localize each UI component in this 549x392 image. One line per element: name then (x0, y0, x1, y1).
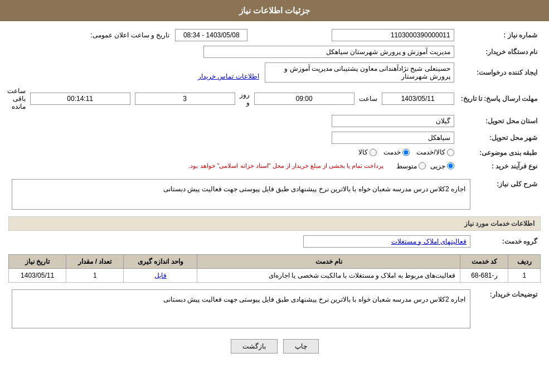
mohlat-label: مهلت ارسال پاسخ: تا تاریخ: (458, 85, 541, 113)
gorooh-khadamat-value[interactable]: فعالیتهای املاک و مستغلات (303, 235, 470, 248)
radio-kala-khadamat-label: کالا/خدمت (416, 148, 445, 156)
radio-kala-item: کالا (358, 148, 377, 156)
etelaat-khadamat-header: اطلاعات خدمات مورد نیاز (8, 216, 541, 231)
col-nam: نام خدمت (197, 254, 460, 268)
radio-jozi-item: جزیی (430, 162, 454, 170)
radio-motavasset-item: متوسط (396, 162, 426, 170)
tarikh-alan-value: 1403/05/08 - 08:34 (175, 29, 247, 41)
page-header: جزئیات اطلاعات نیاز (0, 0, 549, 21)
mohlat-saat-label: ساعت (359, 95, 377, 103)
services-table: ردیف کد خدمت نام خدمت واحد اندازه گیری ت… (8, 254, 541, 283)
cell-radif: 1 (508, 268, 541, 282)
chap-button[interactable]: چاپ (283, 339, 319, 354)
tarikh-alan-label: تاریخ و ساعت اعلان عمومی: (91, 31, 170, 39)
farayand-note: پرداخت تمام یا بخشی از مبلغ خریدار از مح… (188, 162, 383, 170)
radio-khadamat-item: خدمت (383, 148, 410, 156)
ostan-label: استان محل تحویل: (458, 113, 541, 129)
radio-kala-label: کالا (358, 148, 368, 156)
cell-nam: فعالیت‌های مربوط به املاک و مستغلات با م… (197, 268, 460, 282)
col-tedad: تعداد / مقدار (66, 254, 124, 268)
tosifat-value: اجاره 2کلاس درس مدرسه شعبان خواه با بالا… (12, 289, 470, 328)
col-kod: کد خدمت (460, 254, 508, 268)
table-row: 1 ر-681-68 فعالیت‌های مربوط به املاک و م… (9, 268, 541, 282)
cell-tedad: 1 (66, 268, 124, 282)
gorooh-khadamat-label: گروه خدمت: (474, 233, 541, 250)
radio-kala[interactable] (370, 149, 377, 156)
radio-kala-khadamat-item: کالا/خدمت (416, 148, 454, 156)
radio-jozi-label: جزیی (430, 162, 445, 170)
shomara-niaz-value: 1103000390000011 (332, 29, 454, 41)
button-row: چاپ بازگشت (8, 339, 541, 362)
col-tarikh: تاریخ نیاز (9, 254, 66, 268)
page-title: جزئیات اطلاعات نیاز (239, 6, 310, 15)
shomara-niaz-label: شماره نیاز : (458, 27, 541, 43)
shahr-label: شهر محل تحویل: (458, 129, 541, 146)
sharh-koli-label: شرح کلی نیاز: (474, 177, 541, 212)
col-radif: ردیف (508, 254, 541, 268)
tabaqe-label: طبقه بندی موضوعی: (458, 146, 541, 160)
radio-motavasset[interactable] (419, 162, 426, 170)
radio-kala-khadamat[interactable] (447, 149, 454, 156)
nam-dastgah-value: مدیریت آموزش و پرورش شهرستان سیاهکل (203, 46, 454, 58)
ijad-konande-value: حسینعلی شیخ نژادآهندانی معاون پشتیبانی م… (265, 62, 454, 83)
ijad-konande-label: ایجاد کننده درخواست: (458, 60, 541, 85)
col-vahed: واحد اندازه گیری (124, 254, 197, 268)
nam-dastgah-label: نام دستگاه خریدار: (458, 43, 541, 60)
mohlat-baqi-value: 00:14:11 (30, 93, 130, 105)
cell-vahed[interactable]: فایل (124, 268, 197, 282)
sharh-koli-value: اجاره 2کلاس درس مدرسه شعبان خواه با بالا… (12, 179, 470, 210)
mohlat-rooz-label: روز و (240, 91, 250, 107)
cell-tarikh: 1403/05/11 (9, 268, 66, 282)
tosifat-label: توضیحات خریدار: (474, 287, 541, 331)
nooe-farayand-label: نوع فرآیند خرید : (458, 160, 541, 172)
ejad-link[interactable]: اطلاعات تماس خریدار (198, 72, 259, 80)
radio-jozi[interactable] (447, 162, 454, 170)
bazgasht-button[interactable]: بازگشت (231, 339, 278, 354)
radio-khadamat-label: خدمت (383, 148, 401, 156)
mohlat-date: 1403/05/11 (382, 93, 454, 105)
radio-motavasset-label: متوسط (396, 162, 417, 170)
shahr-value: سیاهکل (332, 132, 454, 144)
cell-kod: ر-681-68 (460, 268, 508, 282)
mohlat-saat-value: 09:00 (254, 93, 354, 105)
radio-khadamat[interactable] (402, 149, 410, 156)
ostan-value: گیلان (332, 115, 454, 127)
mohlat-baqi-label: ساعت باقی مانده (7, 87, 26, 110)
mohlat-rooz-value: 3 (135, 93, 235, 105)
